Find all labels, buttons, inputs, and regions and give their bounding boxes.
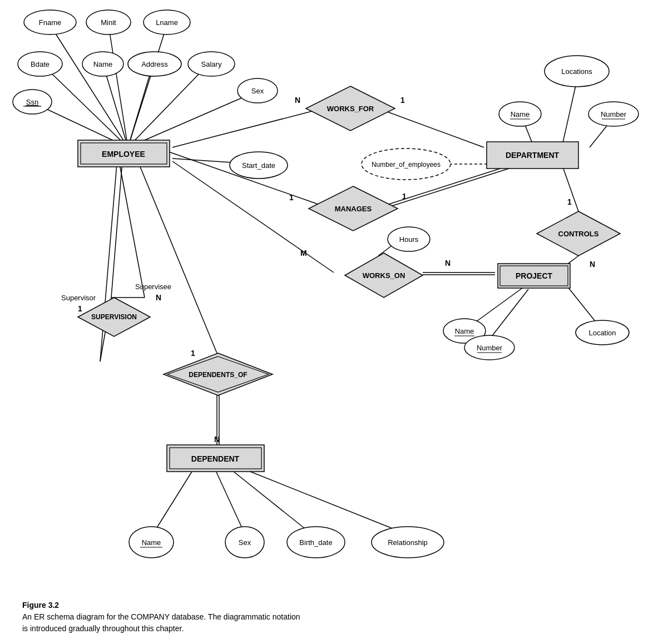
supervisee-label: Supervisee bbox=[135, 283, 171, 291]
er-diagram-svg: WORKS_FOR MANAGES WORKS_ON CONTROLS SUPE… bbox=[0, 0, 668, 601]
num-employees-attr: Number_of_employees bbox=[372, 161, 441, 169]
emp-sex-attr: Sex bbox=[251, 87, 264, 95]
svg-line-26 bbox=[489, 289, 528, 339]
svg-line-10 bbox=[378, 108, 484, 147]
locations-attr: Locations bbox=[561, 67, 592, 76]
lname-attr: Lname bbox=[156, 18, 178, 27]
fname-attr: Fname bbox=[39, 18, 61, 27]
supervision-n: N bbox=[156, 293, 161, 302]
svg-line-8 bbox=[128, 92, 256, 147]
dep-name-attr: Name bbox=[142, 538, 161, 547]
emp-name-attr: Name bbox=[93, 60, 113, 68]
birth-date-attr: Birth_date bbox=[299, 538, 332, 547]
dependents-of-label: DEPENDENTS_OF bbox=[189, 371, 247, 379]
caption-line2: is introduced gradually throughout this … bbox=[22, 623, 668, 635]
bdate-attr: Bdate bbox=[31, 60, 50, 68]
minit-attr: Minit bbox=[101, 18, 116, 27]
proj-name-attr: Name bbox=[455, 327, 474, 335]
department-label: DEPARTMENT bbox=[506, 151, 560, 160]
salary-attr: Salary bbox=[201, 60, 222, 68]
svg-line-33 bbox=[139, 164, 217, 353]
manages-1-dept: 1 bbox=[402, 192, 407, 201]
proj-number-attr: Number bbox=[477, 344, 503, 352]
svg-line-11 bbox=[562, 81, 577, 147]
dep-sex-attr: Sex bbox=[239, 538, 251, 547]
supervision-1: 1 bbox=[78, 304, 82, 313]
project-label: PROJECT bbox=[516, 271, 553, 280]
works-on-n: N bbox=[445, 259, 451, 267]
manages-1-emp: 1 bbox=[289, 193, 294, 202]
er-diagram-container: WORKS_FOR MANAGES WORKS_ON CONTROLS SUPE… bbox=[0, 0, 668, 601]
supervisor-label: Supervisor bbox=[61, 294, 96, 302]
controls-label: CONTROLS bbox=[558, 230, 599, 238]
works-on-label: WORKS_ON bbox=[363, 271, 405, 280]
works-on-m: M bbox=[300, 249, 307, 257]
start-date-attr: Start_date bbox=[242, 161, 275, 170]
works-for-n: N bbox=[295, 96, 300, 105]
svg-line-28 bbox=[111, 161, 122, 298]
figure-caption: Figure 3.2 An ER schema diagram for the … bbox=[11, 595, 668, 644]
address-attr: Address bbox=[141, 60, 168, 68]
dependents-of-1: 1 bbox=[191, 349, 195, 358]
caption-line1: An ER schema diagram for the COMPANY dat… bbox=[22, 611, 668, 623]
svg-line-1 bbox=[108, 25, 128, 147]
works-for-label: WORKS_FOR bbox=[327, 105, 374, 113]
dependent-label: DEPENDENT bbox=[191, 454, 240, 463]
svg-line-9 bbox=[172, 108, 323, 147]
relationship-attr: Relationship bbox=[388, 538, 428, 547]
dependents-of-n: N bbox=[214, 435, 220, 444]
figure-title: Figure 3.2 bbox=[22, 600, 668, 611]
controls-1: 1 bbox=[567, 197, 572, 206]
location-attr: Location bbox=[588, 329, 616, 337]
svg-line-36 bbox=[153, 467, 195, 534]
svg-line-39 bbox=[239, 467, 406, 534]
dept-name-attr: Name bbox=[511, 110, 530, 118]
supervision-label: SUPERVISION bbox=[91, 313, 137, 321]
ssn-attr: Ssn bbox=[26, 98, 38, 106]
controls-n: N bbox=[590, 260, 595, 269]
svg-line-32 bbox=[120, 164, 145, 298]
manages-label: MANAGES bbox=[335, 205, 372, 213]
hours-attr: Hours bbox=[399, 235, 419, 244]
dept-number-attr: Number bbox=[601, 110, 627, 118]
employee-label: EMPLOYEE bbox=[102, 150, 145, 158]
works-for-1: 1 bbox=[400, 96, 405, 105]
